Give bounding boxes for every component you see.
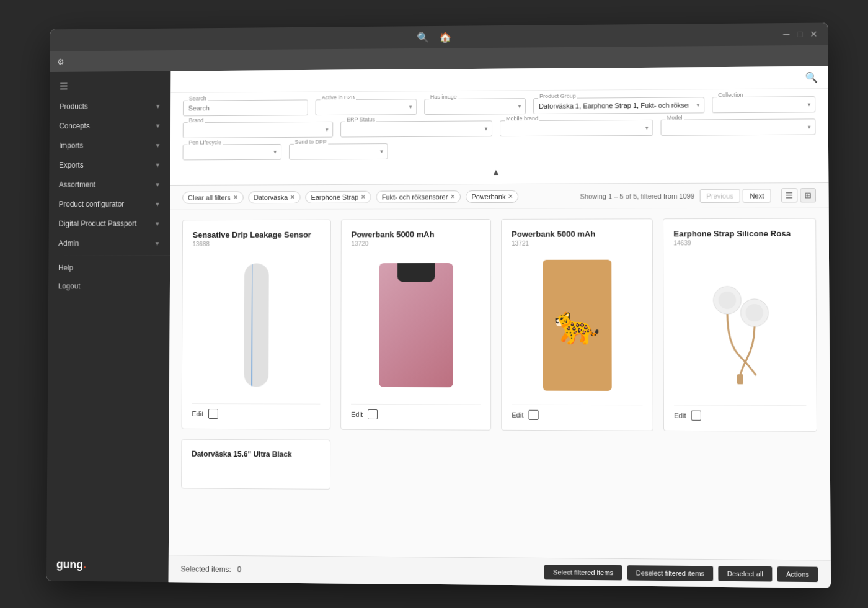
- product-image-0: [192, 253, 321, 396]
- edit-link-2[interactable]: Edit: [512, 411, 523, 419]
- mobile-brand-select[interactable]: [500, 120, 653, 136]
- collection-label: Collection: [717, 92, 744, 98]
- sidebar-label-products: Products: [60, 102, 88, 111]
- filter-results-text: Showing 1 – 5 of 5, filtered from 1099: [580, 192, 694, 200]
- chevron-exports: ▼: [154, 161, 161, 168]
- sidebar-label-dpp: Digital Product Passport: [58, 219, 136, 228]
- sidebar: ☰ Products ▼ Concepts ▼ Imports ▼ Export…: [46, 71, 171, 583]
- chevron-assortment: ▼: [154, 181, 161, 188]
- product-group-field: Product Group Datorväska 1, Earphone Str…: [533, 97, 704, 114]
- pen-lifecycle-label: Pen Lifecycle: [187, 140, 223, 146]
- sidebar-item-product-configurator[interactable]: Product configurator ▼: [49, 194, 170, 214]
- collapse-filter-button[interactable]: ▲: [492, 167, 500, 177]
- clear-all-chip[interactable]: Clear all filters ✕: [182, 191, 243, 203]
- close-button[interactable]: ✕: [810, 29, 817, 39]
- select-checkbox-0[interactable]: [208, 409, 218, 419]
- sidebar-item-products[interactable]: Products ▼: [50, 96, 170, 117]
- chevron-product-configurator: ▼: [154, 200, 161, 207]
- deselect-all-button[interactable]: Deselect all: [718, 566, 772, 581]
- chip-earphone[interactable]: Earphone Strap ✕: [306, 190, 371, 203]
- chevron-concepts: ▼: [155, 122, 161, 129]
- erp-status-select[interactable]: [340, 120, 492, 137]
- actions-button[interactable]: Actions: [777, 566, 818, 582]
- search-button[interactable]: 🔍: [805, 71, 818, 83]
- product-footer-2: Edit: [512, 405, 642, 421]
- edit-link-3[interactable]: Edit: [674, 412, 686, 419]
- sidebar-label-imports: Imports: [59, 141, 83, 150]
- chevron-admin: ▼: [154, 240, 161, 247]
- home-icon[interactable]: 🏠: [439, 31, 451, 43]
- active-b2b-field: Active in B2B ▼: [316, 99, 417, 115]
- app-body: ☰ Products ▼ Concepts ▼ Imports ▼ Export…: [46, 66, 831, 588]
- svg-point-1: [718, 291, 736, 308]
- grid-view-button[interactable]: ⊞: [800, 188, 816, 202]
- sidebar-item-help[interactable]: Help: [48, 259, 170, 277]
- list-view-button[interactable]: ☰: [781, 188, 798, 202]
- main-window: 🔍 🏠 ─ □ ✕ ⚙ ☰ Products ▼ Concepts ▼ Impo…: [46, 23, 831, 588]
- bottom-actions: Select filtered items Deselect filtered …: [544, 565, 818, 582]
- sidebar-item-assortment[interactable]: Assortment ▼: [49, 174, 170, 194]
- active-b2b-select[interactable]: [316, 99, 417, 115]
- search-icon[interactable]: 🔍: [417, 32, 429, 43]
- pen-lifecycle-field: Pen Lifecycle ▼: [183, 144, 281, 160]
- product-card-0: Sensative Drip Leakage Sensor 13688 Edit: [182, 220, 331, 430]
- sidebar-label-product-configurator: Product configurator: [59, 200, 125, 208]
- search-field-label: Search: [188, 96, 208, 102]
- sidebar-item-dpp[interactable]: Digital Product Passport ▼: [49, 213, 170, 233]
- search-input[interactable]: [183, 99, 308, 116]
- product-group-label: Product Group: [538, 93, 577, 99]
- product-footer-1: Edit: [351, 404, 480, 420]
- pen-lifecycle-select[interactable]: [183, 144, 281, 160]
- menu-icon[interactable]: ⚙: [57, 57, 64, 66]
- brand-select[interactable]: [183, 122, 334, 138]
- mobile-brand-field: Mobile brand ▼: [500, 120, 653, 136]
- sidebar-item-imports[interactable]: Imports ▼: [50, 135, 171, 155]
- products-grid: Sensative Drip Leakage Sensor 13688 Edit…: [181, 218, 817, 493]
- edit-link-0[interactable]: Edit: [192, 410, 203, 418]
- product-group-select[interactable]: Datorväska 1, Earphone Strap 1, Fukt- oc…: [533, 97, 704, 114]
- active-filters-bar: Clear all filters ✕ Datorväska ✕ Earphon…: [170, 183, 829, 210]
- sidebar-divider: [48, 256, 170, 256]
- select-checkbox-3[interactable]: [691, 411, 701, 421]
- product-title-2: Powerbank 5000 mAh: [512, 229, 642, 238]
- sidebar-label-admin: Admin: [58, 239, 79, 248]
- selected-count-value: 0: [237, 565, 242, 574]
- active-b2b-label: Active in B2B: [321, 94, 356, 101]
- chevron-imports: ▼: [155, 141, 161, 148]
- clear-all-label: Clear all filters: [188, 194, 231, 201]
- hamburger-icon[interactable]: ☰: [50, 71, 170, 97]
- product-id-1: 13720: [352, 240, 480, 247]
- has-image-select[interactable]: [424, 98, 526, 115]
- product-card-3: Earphone Strap Silicone Rosa 14639: [663, 218, 817, 432]
- deselect-filtered-button[interactable]: Deselect filtered items: [627, 565, 714, 581]
- product-id-0: 13688: [193, 240, 321, 247]
- send-to-dpp-select[interactable]: [288, 143, 388, 160]
- select-filtered-button[interactable]: Select filtered items: [544, 565, 622, 580]
- chip-datorvaska[interactable]: Datorväska ✕: [248, 191, 301, 203]
- sidebar-item-admin[interactable]: Admin ▼: [49, 233, 170, 253]
- sidebar-item-exports[interactable]: Exports ▼: [49, 155, 170, 175]
- next-button[interactable]: Next: [743, 189, 771, 202]
- product-image-3: [673, 253, 806, 398]
- filter-row-3: Pen Lifecycle ▼ Send to DPP ▼: [183, 141, 816, 161]
- chip-powerbank[interactable]: Powerbank ✕: [466, 190, 518, 202]
- minimize-button[interactable]: ─: [783, 29, 789, 39]
- logo-dot: .: [83, 558, 86, 571]
- collection-select[interactable]: [712, 96, 815, 113]
- sidebar-item-logout[interactable]: Logout: [48, 277, 170, 295]
- chip-fukt[interactable]: Fukt- och röksensorer ✕: [376, 190, 461, 203]
- model-select[interactable]: [660, 118, 815, 135]
- sidebar-label-assortment: Assortment: [59, 181, 95, 189]
- previous-button[interactable]: Previous: [699, 189, 740, 202]
- select-checkbox-1[interactable]: [368, 409, 378, 419]
- sidebar-item-concepts[interactable]: Concepts ▼: [50, 115, 170, 136]
- chip-close-powerbank: ✕: [508, 193, 513, 200]
- select-checkbox-2[interactable]: [528, 410, 538, 420]
- main-content: 🔍 Search Active in B2B ▼: [169, 66, 831, 588]
- product-id-3: 14639: [673, 239, 805, 246]
- sidebar-label-exports: Exports: [59, 161, 84, 169]
- edit-link-1[interactable]: Edit: [351, 411, 363, 418]
- maximize-button[interactable]: □: [797, 29, 803, 39]
- product-image-2: 🐆: [512, 253, 642, 398]
- has-image-field: Has image ▼: [424, 98, 526, 115]
